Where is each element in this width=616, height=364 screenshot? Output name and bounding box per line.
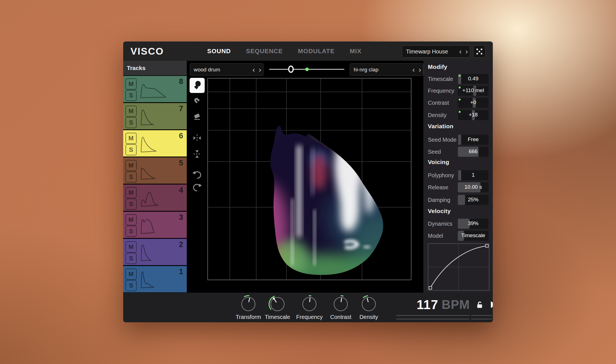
bpm-value[interactable]: 117 xyxy=(417,297,438,312)
spectral-blob xyxy=(244,120,402,280)
track-number: 2 xyxy=(179,240,183,249)
mute-button[interactable]: M xyxy=(125,133,137,144)
solo-button[interactable]: S xyxy=(125,144,137,155)
converge-vertical-icon xyxy=(192,149,202,159)
mod-indicator-dot xyxy=(459,75,461,77)
frequency-knob[interactable] xyxy=(300,295,319,314)
transport-bar: Transform Timescale Frequency Contrast D… xyxy=(123,293,493,322)
track-row[interactable]: M S 2 xyxy=(123,239,187,265)
mute-button[interactable]: M xyxy=(125,269,137,280)
seed-field[interactable]: 666 xyxy=(458,147,489,157)
preset-selector[interactable]: Timewarp House ‹ › xyxy=(402,45,470,58)
preset-name: Timewarp House xyxy=(402,48,457,55)
bpm-display[interactable]: 117 BPM xyxy=(417,297,493,312)
preset-prev-icon[interactable]: ‹ xyxy=(457,48,464,55)
damping-field[interactable]: 25% xyxy=(458,195,489,205)
mute-button[interactable]: M xyxy=(125,160,137,171)
mod-indicator-dot xyxy=(459,99,461,101)
plugin-window: VISCO SOUND SEQUENCE MODULATE MIX Timewa… xyxy=(123,41,493,322)
solo-button[interactable]: S xyxy=(125,90,137,101)
param-row-seed: Seed 666 xyxy=(423,147,493,157)
param-row-dynamics: Dynamics 39% xyxy=(423,219,493,229)
solo-button[interactable]: S xyxy=(125,280,137,291)
model-field[interactable]: Timescale xyxy=(458,231,489,241)
track-number: 6 xyxy=(179,132,183,140)
param-row-frequency: Frequency +110 mel xyxy=(423,86,493,96)
converge-vertical-tool-button[interactable] xyxy=(190,146,205,162)
source-prev-icon[interactable]: ‹ xyxy=(251,66,257,73)
preset-next-icon[interactable]: › xyxy=(463,48,470,55)
converge-horizontal-icon xyxy=(192,133,202,143)
waveform xyxy=(138,214,180,236)
solo-button[interactable]: S xyxy=(125,117,137,128)
dynamics-field[interactable]: 39% xyxy=(458,219,489,229)
converge-horizontal-tool-button[interactable] xyxy=(190,130,205,146)
polyphony-field[interactable]: 1 xyxy=(458,170,489,180)
tab-sequence[interactable]: SEQUENCE xyxy=(246,48,283,55)
mute-button[interactable]: M xyxy=(125,187,137,198)
source-sample-selector[interactable]: wood drum ‹ › xyxy=(190,63,263,76)
smudge-tool-icon xyxy=(192,80,202,90)
target-next-icon[interactable]: › xyxy=(417,66,423,73)
redo-button[interactable] xyxy=(190,180,205,195)
param-row-density: Density +18 xyxy=(423,110,493,120)
parameter-panel: Modify Timescale 0.49 Frequency +110 mel… xyxy=(423,61,493,293)
track-row[interactable]: M S 7 xyxy=(123,103,187,129)
smudge-tool-button[interactable] xyxy=(190,78,205,93)
timescale-field[interactable]: 0.49 xyxy=(458,74,489,84)
mute-button[interactable]: M xyxy=(125,106,137,117)
spectral-canvas[interactable] xyxy=(207,78,412,280)
velocity-curve-editor[interactable] xyxy=(428,243,489,291)
frequency-field[interactable]: +110 mel xyxy=(458,86,489,96)
solo-button[interactable]: S xyxy=(125,199,137,210)
density-knob[interactable] xyxy=(359,295,378,314)
timescale-knob[interactable] xyxy=(268,295,287,314)
param-row-seed-mode: Seed Mode Free xyxy=(423,135,493,145)
meter-line xyxy=(396,319,470,319)
target-sample-selector[interactable]: hi-nrg clap ‹ › xyxy=(350,63,423,76)
track-row[interactable]: M S 4 xyxy=(123,185,187,211)
source-next-icon[interactable]: › xyxy=(257,66,263,73)
release-field[interactable]: 10.00 s xyxy=(458,182,489,192)
play-button[interactable] xyxy=(491,301,493,308)
solo-button[interactable]: S xyxy=(125,171,137,183)
dice-icon xyxy=(474,46,484,57)
magnet-icon xyxy=(192,96,202,106)
curve-handle-end[interactable] xyxy=(486,244,488,247)
morph-slider-handle[interactable] xyxy=(288,66,294,73)
curve-handle-start[interactable] xyxy=(429,286,432,289)
track-row[interactable]: M S 5 xyxy=(123,157,187,184)
solo-button[interactable]: S xyxy=(125,226,137,237)
randomize-button[interactable] xyxy=(473,45,486,58)
tracks-title: Tracks xyxy=(127,65,146,71)
magnet-tool-button[interactable] xyxy=(190,93,205,108)
seed-mode-field[interactable]: Free xyxy=(458,135,489,145)
track-number: 7 xyxy=(179,104,183,113)
track-number: 3 xyxy=(179,213,183,222)
mod-indicator-dot xyxy=(459,111,461,113)
track-row[interactable]: M S 3 xyxy=(123,212,187,238)
track-row[interactable]: M S 6 xyxy=(123,130,187,157)
morph-slider[interactable] xyxy=(269,63,344,75)
mute-button[interactable]: M xyxy=(125,78,137,90)
mute-button[interactable]: M xyxy=(125,214,137,225)
transform-knob[interactable] xyxy=(239,295,258,314)
morph-target-marker xyxy=(305,67,309,71)
contrast-knob[interactable] xyxy=(331,295,350,314)
variation-heading: Variation xyxy=(428,123,453,130)
tab-modulate[interactable]: MODULATE xyxy=(298,48,335,55)
track-number: 1 xyxy=(179,267,183,276)
tab-sound[interactable]: SOUND xyxy=(207,48,231,55)
solo-button[interactable]: S xyxy=(125,253,137,264)
track-row[interactable]: M S 1 xyxy=(123,266,187,292)
target-prev-icon[interactable]: ‹ xyxy=(410,66,417,73)
mod-indicator-dot xyxy=(459,87,461,88)
density-field[interactable]: +18 xyxy=(458,110,489,120)
mute-button[interactable]: M xyxy=(125,241,137,253)
contrast-field[interactable]: +0 xyxy=(458,98,489,108)
track-row[interactable]: M S 8 xyxy=(123,76,187,102)
eraser-tool-button[interactable] xyxy=(190,109,205,124)
tab-mix[interactable]: MIX xyxy=(350,48,361,55)
tempo-lock-button[interactable] xyxy=(476,301,483,309)
param-row-model: Model Timescale xyxy=(423,231,493,241)
